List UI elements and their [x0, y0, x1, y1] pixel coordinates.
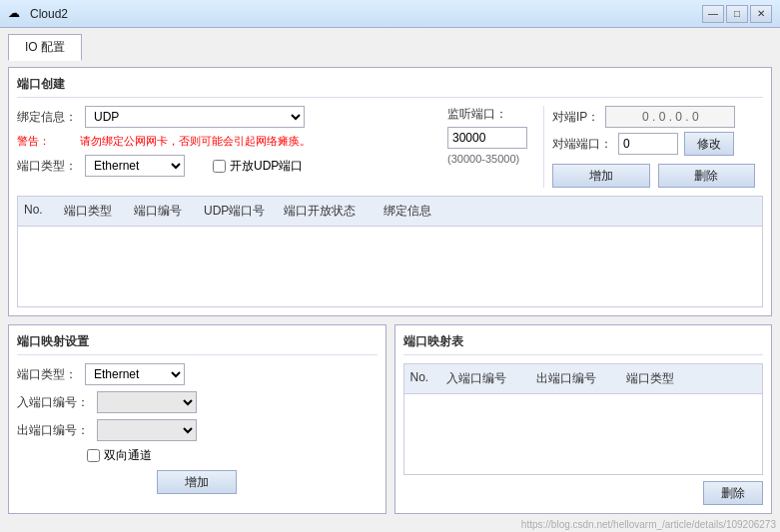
tab-bar: IO 配置 [8, 34, 772, 61]
warning-text: 请勿绑定公网网卡，否则可能会引起网络瘫痪。 [80, 134, 311, 149]
mth-in-port: 入端口编号 [440, 368, 530, 389]
window-title: Cloud2 [30, 7, 702, 21]
warning-row: 警告： 请勿绑定公网网卡，否则可能会引起网络瘫痪。 [17, 134, 431, 149]
open-udp-label[interactable]: 开放UDP端口 [213, 158, 303, 175]
out-port-label: 出端口编号： [17, 422, 89, 439]
out-port-row: 出端口编号： [17, 419, 378, 441]
minimize-button[interactable]: — [702, 5, 724, 23]
open-udp-text: 开放UDP端口 [230, 158, 303, 175]
th-port-num: 端口编号 [128, 201, 198, 222]
th-no: No. [18, 201, 58, 222]
title-bar: ☁ Cloud2 — □ ✕ [0, 0, 780, 28]
remote-ip-input[interactable] [605, 106, 735, 128]
main-content: IO 配置 端口创建 绑定信息： UDP 警告： 请勿绑定公网网卡，否则可能会引… [0, 28, 780, 532]
delete-port-button[interactable]: 删除 [658, 164, 756, 188]
port-table-body [18, 227, 762, 306]
port-creation-title: 端口创建 [17, 76, 763, 98]
remote-ip-label: 对端IP： [552, 109, 599, 126]
watermark: https://blog.csdn.net/hellovarm_/article… [521, 519, 776, 530]
mapping-port-type-select[interactable]: Ethernet [85, 363, 185, 385]
binding-row: 绑定信息： UDP [17, 106, 431, 128]
port-type-row: 端口类型： Ethernet 开放UDP端口 [17, 155, 431, 177]
monitoring-port-label: 监听端口： [447, 106, 507, 123]
mapping-port-type-label: 端口类型： [17, 366, 77, 383]
mapping-table-header: No. 入端口编号 出端口编号 端口类型 [404, 364, 763, 394]
modify-button[interactable]: 修改 [684, 132, 734, 156]
bidirectional-text: 双向通道 [104, 447, 152, 464]
monitoring-port-input[interactable] [447, 127, 527, 149]
remote-port-label: 对端端口： [552, 136, 612, 153]
mapping-table-body [404, 394, 763, 474]
th-port-type: 端口类型 [58, 201, 128, 222]
tab-io-config[interactable]: IO 配置 [8, 34, 82, 61]
close-button[interactable]: ✕ [750, 5, 772, 23]
maximize-button[interactable]: □ [726, 5, 748, 23]
window-icon: ☁ [8, 6, 24, 22]
th-open-status: 端口开放状态 [278, 201, 378, 222]
add-port-button[interactable]: 增加 [552, 164, 650, 188]
port-mapping-settings: 端口映射设置 端口类型： Ethernet 入端口编号： 出端口编号： [8, 324, 387, 514]
binding-label: 绑定信息： [17, 109, 77, 126]
mapping-port-type-row: 端口类型： Ethernet [17, 363, 378, 385]
title-controls: — □ ✕ [702, 5, 772, 23]
in-port-row: 入端口编号： [17, 391, 378, 413]
port-creation-panel: 端口创建 绑定信息： UDP 警告： 请勿绑定公网网卡，否则可能会引起网络瘫痪。 [8, 67, 772, 316]
bidirectional-checkbox[interactable] [87, 449, 100, 462]
th-udp-port: UDP端口号 [198, 201, 278, 222]
port-mapping-settings-title: 端口映射设置 [17, 333, 378, 355]
port-table: No. 端口类型 端口编号 UDP端口号 端口开放状态 绑定信息 [17, 196, 763, 307]
open-udp-checkbox[interactable] [213, 160, 226, 173]
port-type-select[interactable]: Ethernet [85, 155, 185, 177]
port-mapping-table-panel: 端口映射表 No. 入端口编号 出端口编号 端口类型 删除 [394, 324, 773, 514]
port-type-label: 端口类型： [17, 158, 77, 175]
in-port-select[interactable] [97, 391, 197, 413]
binding-select[interactable]: UDP [85, 106, 305, 128]
port-mapping-table-title: 端口映射表 [403, 333, 764, 355]
mth-out-port: 出端口编号 [530, 368, 620, 389]
warning-label: 警告： [17, 134, 72, 149]
remote-port-input[interactable] [618, 133, 678, 155]
bidirectional-row: 双向通道 [87, 447, 378, 464]
delete-mapping-button[interactable]: 删除 [703, 481, 763, 505]
th-binding: 绑定信息 [378, 201, 762, 222]
bidirectional-label[interactable]: 双向通道 [87, 447, 152, 464]
out-port-select[interactable] [97, 419, 197, 441]
mth-no: No. [404, 368, 440, 389]
in-port-label: 入端口编号： [17, 394, 89, 411]
add-mapping-button[interactable]: 增加 [157, 470, 237, 494]
port-table-header: No. 端口类型 端口编号 UDP端口号 端口开放状态 绑定信息 [18, 197, 762, 227]
suggestion-text: (30000-35000) [447, 153, 519, 165]
bottom-section: 端口映射设置 端口类型： Ethernet 入端口编号： 出端口编号： [8, 324, 772, 514]
mth-type: 端口类型 [620, 368, 700, 389]
mapping-table: No. 入端口编号 出端口编号 端口类型 [403, 363, 764, 475]
